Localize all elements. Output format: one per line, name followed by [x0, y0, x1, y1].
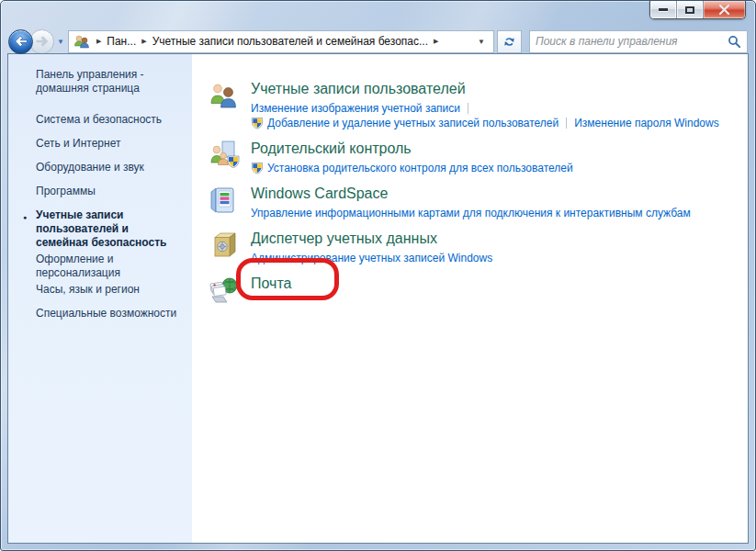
task-links-row: Администрирование учетных записей Window…	[251, 251, 492, 265]
main-content: Учетные записи пользователей Изменение и…	[192, 54, 748, 543]
task-link-add-remove-accounts[interactable]: Добавление и удаление учетных записей по…	[267, 117, 559, 129]
breadcrumb-arrow-icon[interactable]: ▶	[92, 38, 106, 45]
sidebar-item-programs[interactable]: Программы	[36, 185, 179, 198]
address-bar[interactable]: ▶ Пан... ▶ Учетные записи пользователей …	[68, 30, 494, 53]
section-title-mail[interactable]: Почта	[251, 275, 291, 292]
task-link-change-windows-password[interactable]: Изменение пароля Windows	[574, 117, 718, 129]
section-title-credential-manager[interactable]: Диспетчер учетных данных	[251, 230, 492, 247]
section-title-user-accounts[interactable]: Учетные записи пользователей	[251, 80, 719, 97]
section-title-cardspace[interactable]: Windows CardSpace	[251, 185, 691, 202]
section-user-accounts: Учетные записи пользователей Изменение и…	[209, 80, 739, 130]
task-links-row: Добавление и удаление учетных записей по…	[251, 116, 719, 130]
uac-shield-icon	[251, 162, 264, 174]
link-separator	[566, 118, 567, 129]
task-link-change-account-picture[interactable]: Изменение изображения учетной записи	[251, 102, 460, 115]
maximize-icon	[685, 6, 694, 14]
task-link-manage-windows-credentials[interactable]: Администрирование учетных записей Window…	[251, 252, 492, 264]
forward-button[interactable]	[29, 29, 54, 54]
section-title-parental-controls[interactable]: Родительский контроль	[251, 140, 573, 157]
link-separator	[468, 103, 468, 114]
sidebar-item-home[interactable]: Панель управления - домашняя страница	[36, 68, 179, 96]
breadcrumb-arrow-icon[interactable]: ▶	[137, 38, 151, 45]
section-credential-manager: Диспетчер учетных данных Администрирован…	[209, 230, 739, 265]
user-accounts-icon[interactable]	[209, 80, 240, 111]
back-button[interactable]	[8, 29, 33, 54]
task-links-row: Установка родительского контроля для все…	[251, 161, 573, 175]
mail-icon[interactable]	[209, 275, 240, 306]
section-parental-controls: Родительский контроль Установка родитель…	[209, 140, 739, 175]
title-bar[interactable]	[1, 1, 755, 28]
search-icon[interactable]	[728, 35, 741, 49]
close-button[interactable]	[704, 1, 745, 18]
forward-arrow-icon	[35, 35, 50, 48]
user-accounts-small-icon	[73, 34, 90, 49]
task-link-setup-parental-controls[interactable]: Установка родительского контроля для все…	[267, 162, 573, 174]
sidebar-item-label: Учетные записи пользователей и семейная …	[36, 208, 166, 249]
breadcrumb-arrow-icon[interactable]: ▶	[429, 38, 443, 45]
sidebar-item-system-security[interactable]: Система и безопасность	[36, 113, 179, 127]
task-link-manage-information-cards[interactable]: Управление информационными картами для п…	[251, 207, 691, 219]
minimize-icon	[659, 8, 668, 11]
address-dropdown-icon[interactable]: ▼	[472, 38, 491, 46]
window-controls	[649, 1, 746, 19]
active-item-bullet-icon: ●	[23, 210, 27, 224]
breadcrumb-control-panel[interactable]: Пан...	[106, 33, 137, 50]
task-links-row: Управление информационными картами для п…	[251, 206, 691, 220]
refresh-button[interactable]	[497, 30, 522, 53]
client-area: Панель управления - домашняя страница Си…	[8, 54, 748, 543]
task-links-row: Изменение изображения учетной записи	[251, 101, 719, 116]
parental-controls-icon[interactable]	[209, 140, 240, 171]
navigation-bar: ▼ ▶ Пан... ▶ Учетные записи пользователе…	[1, 28, 755, 54]
section-cardspace: Windows CardSpace Управление информацион…	[209, 185, 739, 220]
recent-pages-dropdown-icon[interactable]: ▼	[57, 38, 64, 46]
close-icon	[718, 5, 730, 15]
credential-manager-icon[interactable]	[209, 230, 240, 261]
sidebar-item-hardware-sound[interactable]: Оборудование и звук	[36, 161, 179, 174]
sidebar-item-appearance-personalization[interactable]: Оформление и персонализация	[36, 253, 179, 280]
breadcrumb-user-accounts-family-safety[interactable]: Учетные записи пользователей и семейная …	[152, 33, 429, 50]
section-mail: Почта	[209, 275, 739, 306]
back-arrow-icon	[14, 35, 28, 48]
sidebar-item-user-accounts-family-safety[interactable]: ● Учетные записи пользователей и семейна…	[36, 208, 179, 250]
sidebar-item-clock-language-region[interactable]: Часы, язык и регион	[36, 283, 179, 297]
search-input[interactable]: Поиск в панели управления	[529, 30, 748, 53]
minimize-button[interactable]	[650, 1, 677, 18]
refresh-icon	[502, 35, 516, 49]
uac-shield-icon	[251, 117, 264, 129]
sidebar-item-ease-of-access[interactable]: Специальные возможности	[36, 307, 179, 320]
maximize-button[interactable]	[677, 1, 704, 18]
sidebar-item-network-internet[interactable]: Сеть и Интернет	[36, 137, 179, 151]
cardspace-icon[interactable]	[209, 185, 240, 216]
sidebar: Панель управления - домашняя страница Си…	[8, 54, 192, 543]
search-placeholder: Поиск в панели управления	[536, 35, 728, 48]
control-panel-window: ▼ ▶ Пан... ▶ Учетные записи пользователе…	[0, 0, 756, 551]
